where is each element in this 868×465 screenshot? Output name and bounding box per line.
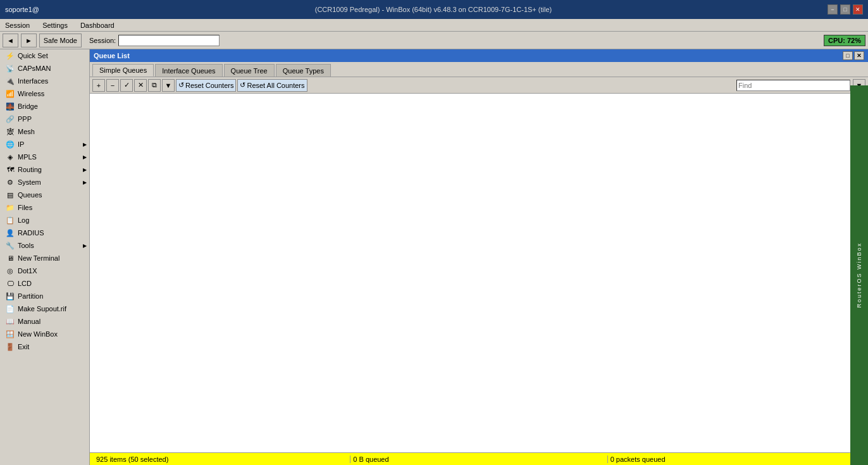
partition-icon: 💾 [5, 292, 15, 301]
sidebar: ⚡Quick Set📡CAPsMAN🔌Interfaces📶Wireless🌉B… [0, 49, 90, 465]
sidebar-item-queues[interactable]: ▤Queues [0, 189, 89, 201]
sidebar-item-routing[interactable]: 🗺Routing▶ [0, 163, 89, 176]
sidebar-item-mpls[interactable]: ◈MPLS▶ [0, 151, 89, 163]
sidebar-label-queues: Queues [18, 191, 42, 199]
sidebar-item-interfaces[interactable]: 🔌Interfaces [0, 75, 89, 87]
routing-arrow: ▶ [83, 167, 87, 173]
queue-list-header: Queue List □ ✕ [90, 49, 868, 62]
app-name: soporte1@ [5, 6, 39, 13]
sidebar-label-new-winbox: New WinBox [18, 330, 58, 338]
action-toolbar: + − ✓ ✕ ⧉ ▼ ↺ Reset Counters ↺ Reset All… [90, 77, 868, 94]
log-icon: 📋 [5, 216, 15, 225]
sidebar-item-exit[interactable]: 🚪Exit [0, 340, 89, 353]
tabs-bar: Simple QueuesInterface QueuesQueue TreeQ… [90, 62, 868, 77]
lcd-icon: 🖵 [5, 279, 15, 288]
queued-label: 0 B queued [353, 456, 388, 463]
files-icon: 📁 [5, 203, 15, 212]
ppp-icon: 🔗 [5, 115, 15, 123]
sidebar-item-ip[interactable]: 🌐IP▶ [0, 138, 89, 151]
sidebar-item-system[interactable]: ⚙System▶ [0, 176, 89, 189]
safe-mode-button[interactable]: Safe Mode [39, 34, 82, 47]
sidebar-item-files[interactable]: 📁Files [0, 201, 89, 214]
ip-arrow: ▶ [83, 142, 87, 147]
sidebar-item-new-terminal[interactable]: 🖥New Terminal [0, 252, 89, 264]
packets-label: 0 packets queued [611, 456, 666, 463]
sidebar-item-mesh[interactable]: 🕸Mesh [0, 125, 89, 138]
menu-settings[interactable]: Settings [40, 22, 70, 29]
sidebar-item-capsman[interactable]: 📡CAPsMAN [0, 62, 89, 75]
content-area: Queue List □ ✕ Simple QueuesInterface Qu… [90, 49, 868, 465]
sidebar-item-dot1x[interactable]: ◎Dot1X [0, 264, 89, 277]
sidebar-item-make-supout[interactable]: 📄Make Supout.rif [0, 302, 89, 315]
sidebar-item-new-winbox[interactable]: 🪟New WinBox [0, 328, 89, 340]
window-title: (CCR1009 Pedregal) - WinBox (64bit) v6.4… [315, 6, 552, 13]
maximize-button[interactable]: □ [840, 4, 850, 15]
sidebar-label-dot1x: Dot1X [18, 267, 37, 275]
routeros-watermark: RouterOS WinBox [850, 85, 868, 465]
sidebar-label-mesh: Mesh [18, 128, 35, 135]
back-button[interactable]: ◄ [3, 34, 18, 47]
sidebar-item-ppp[interactable]: 🔗PPP [0, 113, 89, 125]
menu-session[interactable]: Session [3, 22, 32, 29]
tab-interface-queues[interactable]: Interface Queues [155, 64, 222, 77]
remove-button[interactable]: − [106, 79, 119, 92]
reset-all-counters-button[interactable]: ↺ Reset All Counters [237, 79, 307, 92]
cpu-badge: CPU: 72% [824, 35, 865, 46]
bridge-icon: 🌉 [5, 102, 15, 111]
sidebar-item-tools[interactable]: 🔧Tools▶ [0, 239, 89, 252]
items-label: 925 items (50 selected) [96, 456, 168, 463]
mpls-arrow: ▶ [83, 154, 87, 160]
sidebar-item-bridge[interactable]: 🌉Bridge [0, 100, 89, 113]
status-queued: 0 B queued [350, 456, 607, 463]
status-packets: 0 packets queued [608, 456, 864, 463]
radius-icon: 👤 [5, 228, 15, 237]
sidebar-label-quick-set: Quick Set [18, 52, 48, 59]
sidebar-label-routing: Routing [18, 166, 42, 173]
sidebar-item-partition[interactable]: 💾Partition [0, 290, 89, 302]
session-input[interactable] [118, 35, 220, 46]
filter-button[interactable]: ▼ [162, 79, 175, 92]
header-resize-button[interactable]: □ [843, 51, 853, 60]
sidebar-label-tools: Tools [18, 242, 34, 249]
capsman-icon: 📡 [5, 64, 15, 73]
sidebar-item-lcd[interactable]: 🖵LCD [0, 277, 89, 290]
sidebar-label-ppp: PPP [18, 115, 32, 123]
sidebar-label-exit: Exit [18, 343, 29, 350]
menu-dashboard[interactable]: Dashboard [78, 22, 117, 29]
reset-counters-button[interactable]: ↺ Reset Counters [176, 79, 236, 92]
tab-queue-types[interactable]: Queue Types [276, 64, 331, 77]
tab-simple-queues[interactable]: Simple Queues [92, 64, 154, 77]
sidebar-label-interfaces: Interfaces [18, 77, 48, 85]
enable-button[interactable]: ✓ [120, 79, 133, 92]
queues-icon: ▤ [5, 190, 15, 199]
add-button[interactable]: + [92, 79, 105, 92]
sidebar-label-capsman: CAPsMAN [18, 65, 51, 72]
sidebar-label-bridge: Bridge [18, 102, 38, 110]
session-label: Session: [89, 37, 116, 44]
find-input[interactable] [736, 80, 850, 91]
sidebar-item-log[interactable]: 📋Log [0, 214, 89, 226]
reset-icon: ↺ [178, 81, 184, 89]
copy-button[interactable]: ⧉ [148, 79, 161, 92]
routing-icon: 🗺 [5, 165, 15, 174]
exit-icon: 🚪 [5, 342, 15, 351]
dot1x-icon: ◎ [5, 266, 15, 275]
header-close-button[interactable]: ✕ [854, 51, 864, 60]
sidebar-item-manual[interactable]: 📖Manual [0, 315, 89, 328]
sidebar-label-partition: Partition [18, 292, 43, 300]
sidebar-item-quick-set[interactable]: ⚡Quick Set [0, 49, 89, 62]
ip-icon: 🌐 [5, 140, 15, 149]
queue-list-title: Queue List [94, 52, 130, 59]
forward-button[interactable]: ► [21, 34, 37, 47]
disable-button[interactable]: ✕ [134, 79, 147, 92]
system-icon: ⚙ [5, 178, 15, 187]
close-button[interactable]: ✕ [853, 4, 863, 15]
sidebar-item-wireless[interactable]: 📶Wireless [0, 87, 89, 100]
interfaces-icon: 🔌 [5, 77, 15, 85]
make-supout-icon: 📄 [5, 304, 15, 313]
minimize-button[interactable]: − [828, 4, 838, 15]
sidebar-label-system: System [18, 178, 41, 186]
sidebar-item-radius[interactable]: 👤RADIUS [0, 226, 89, 239]
tab-queue-tree[interactable]: Queue Tree [224, 64, 275, 77]
title-bar: soporte1@ (CCR1009 Pedregal) - WinBox (6… [0, 0, 868, 19]
